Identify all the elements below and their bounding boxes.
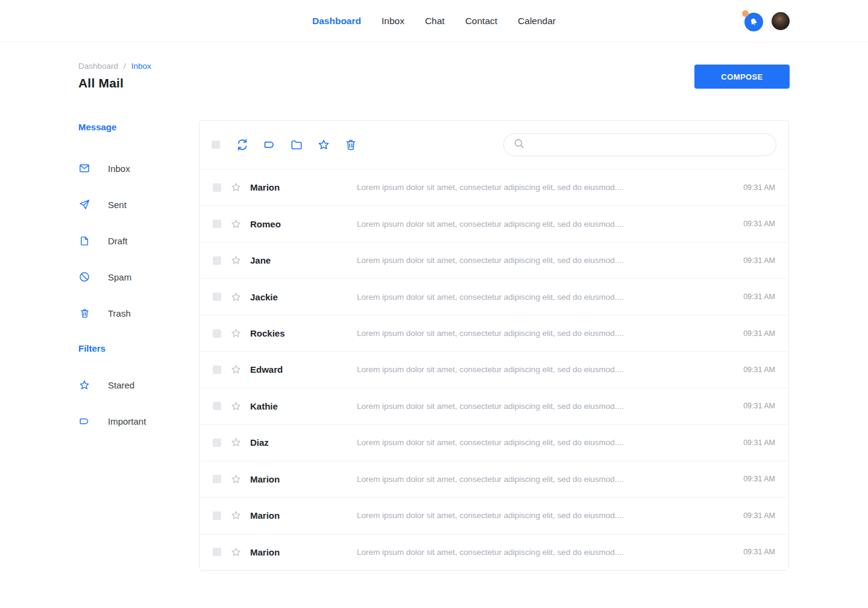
mail-sender: Jackie xyxy=(250,292,357,302)
top-bar: Dashboard Inbox Chat Contact Calendar xyxy=(0,0,868,42)
trash-icon[interactable] xyxy=(344,138,357,151)
sidebar-item-label: Inbox xyxy=(108,163,130,174)
notification-badge xyxy=(742,10,749,17)
row-checkbox[interactable] xyxy=(213,366,221,374)
tag-icon xyxy=(78,415,90,427)
star-icon[interactable] xyxy=(317,138,330,151)
star-icon[interactable] xyxy=(230,364,242,375)
star-icon[interactable] xyxy=(230,255,242,266)
star-icon[interactable] xyxy=(230,218,242,230)
sidebar: Message Inbox Sent Draft xyxy=(78,122,190,439)
sidebar-item-stared[interactable]: Stared xyxy=(78,367,190,403)
mail-preview: Lorem ipsum dolor sit amet, consectetur … xyxy=(357,293,732,302)
row-checkbox[interactable] xyxy=(213,475,221,483)
mail-row[interactable]: Kathie Lorem ipsum dolor sit amet, conse… xyxy=(200,388,788,424)
nav-item-inbox[interactable]: Inbox xyxy=(382,16,404,27)
mail-time: 09:31 AM xyxy=(743,183,775,192)
mail-preview: Lorem ipsum dolor sit amet, consectetur … xyxy=(357,511,732,520)
star-icon[interactable] xyxy=(230,437,242,448)
mail-row[interactable]: Marion Lorem ipsum dolor sit amet, conse… xyxy=(200,169,788,205)
mail-row[interactable]: Rockies Lorem ipsum dolor sit amet, cons… xyxy=(200,315,788,351)
mail-time: 09:31 AM xyxy=(743,475,775,483)
mail-sender: Edward xyxy=(250,364,357,375)
row-checkbox[interactable] xyxy=(213,183,221,192)
nav-item-dashboard[interactable]: Dashboard xyxy=(312,16,361,27)
breadcrumb: Dashboard / Inbox xyxy=(78,62,151,71)
sidebar-item-spam[interactable]: Spam xyxy=(78,259,190,295)
sidebar-item-label: Trash xyxy=(108,308,131,318)
mail-time: 09:31 AM xyxy=(743,220,775,228)
mail-row[interactable]: Marion Lorem ipsum dolor sit amet, conse… xyxy=(200,497,788,533)
sidebar-filters-list: Stared Important xyxy=(78,367,190,439)
sidebar-section-filters: Filters xyxy=(78,343,190,353)
sidebar-item-inbox[interactable]: Inbox xyxy=(78,150,190,186)
mail-sender: Romeo xyxy=(250,219,357,229)
row-checkbox[interactable] xyxy=(213,511,221,520)
sidebar-section-message: Message xyxy=(78,122,190,132)
breadcrumb-inbox[interactable]: Inbox xyxy=(131,62,151,71)
mail-time: 09:31 AM xyxy=(743,366,775,374)
mail-sender: Diaz xyxy=(250,437,357,448)
mail-row[interactable]: Jackie Lorem ipsum dolor sit amet, conse… xyxy=(200,278,788,314)
sidebar-item-trash[interactable]: Trash xyxy=(78,295,190,331)
nav-item-contact[interactable]: Contact xyxy=(465,16,497,27)
star-icon[interactable] xyxy=(230,473,242,485)
mail-time: 09:31 AM xyxy=(743,329,775,338)
mail-list: Marion Lorem ipsum dolor sit amet, conse… xyxy=(200,169,788,570)
page-head: Dashboard / Inbox All Mail COMPOSE xyxy=(78,42,790,90)
sidebar-item-sent[interactable]: Sent xyxy=(78,186,190,223)
star-icon[interactable] xyxy=(230,182,242,193)
mail-row[interactable]: Diaz Lorem ipsum dolor sit amet, consect… xyxy=(200,424,788,460)
compose-button[interactable]: COMPOSE xyxy=(694,65,790,89)
row-checkbox[interactable] xyxy=(213,402,221,410)
star-icon[interactable] xyxy=(230,510,242,521)
notification-bell-icon[interactable] xyxy=(744,11,764,31)
mail-sender: Marion xyxy=(250,474,357,484)
tag-icon[interactable] xyxy=(263,138,276,151)
row-checkbox[interactable] xyxy=(213,439,221,447)
mail-row[interactable]: Jane Lorem ipsum dolor sit amet, consect… xyxy=(200,242,788,278)
mail-time: 09:31 AM xyxy=(743,439,775,447)
mail-row[interactable]: Romeo Lorem ipsum dolor sit amet, consec… xyxy=(200,205,788,241)
sidebar-item-important[interactable]: Important xyxy=(78,403,190,439)
row-checkbox[interactable] xyxy=(213,256,221,265)
refresh-icon[interactable] xyxy=(236,138,249,151)
star-icon[interactable] xyxy=(230,546,242,558)
sidebar-message-list: Inbox Sent Draft Spam xyxy=(78,150,190,331)
block-icon xyxy=(78,271,90,283)
mail-toolbar xyxy=(200,121,788,169)
star-icon[interactable] xyxy=(230,328,242,339)
nav-item-calendar[interactable]: Calendar xyxy=(518,16,556,27)
search-box xyxy=(503,133,776,156)
search-input[interactable] xyxy=(530,140,771,150)
mail-sender: Rockies xyxy=(250,328,357,338)
mail-preview: Lorem ipsum dolor sit amet, consectetur … xyxy=(357,183,732,192)
mail-icon xyxy=(78,162,90,174)
mail-sender: Kathie xyxy=(250,401,357,411)
mail-time: 09:31 AM xyxy=(743,293,775,301)
nav-item-chat[interactable]: Chat xyxy=(425,16,445,27)
mail-row[interactable]: Edward Lorem ipsum dolor sit amet, conse… xyxy=(200,351,788,387)
row-checkbox[interactable] xyxy=(213,548,221,556)
toolbar-icons xyxy=(236,138,357,151)
row-checkbox[interactable] xyxy=(213,293,221,301)
mail-row[interactable]: Marion Lorem ipsum dolor sit amet, conse… xyxy=(200,534,788,570)
star-icon xyxy=(78,379,90,391)
row-checkbox[interactable] xyxy=(213,220,221,228)
user-avatar[interactable] xyxy=(772,12,790,30)
mail-preview: Lorem ipsum dolor sit amet, consectetur … xyxy=(357,438,732,447)
sidebar-item-draft[interactable]: Draft xyxy=(78,223,190,259)
mail-preview: Lorem ipsum dolor sit amet, consectetur … xyxy=(357,365,732,374)
star-icon[interactable] xyxy=(230,401,242,412)
select-all-checkbox[interactable] xyxy=(212,141,220,149)
folder-icon[interactable] xyxy=(290,138,303,151)
mail-panel: Marion Lorem ipsum dolor sit amet, conse… xyxy=(199,120,789,571)
row-checkbox[interactable] xyxy=(213,329,221,338)
star-icon[interactable] xyxy=(230,291,242,303)
breadcrumb-dashboard[interactable]: Dashboard xyxy=(78,62,118,71)
mail-sender: Jane xyxy=(250,255,357,265)
mail-row[interactable]: Marion Lorem ipsum dolor sit amet, conse… xyxy=(200,461,788,497)
mail-preview: Lorem ipsum dolor sit amet, consectetur … xyxy=(357,256,732,265)
mail-preview: Lorem ipsum dolor sit amet, consectetur … xyxy=(357,402,732,411)
mail-time: 09:31 AM xyxy=(743,511,775,520)
